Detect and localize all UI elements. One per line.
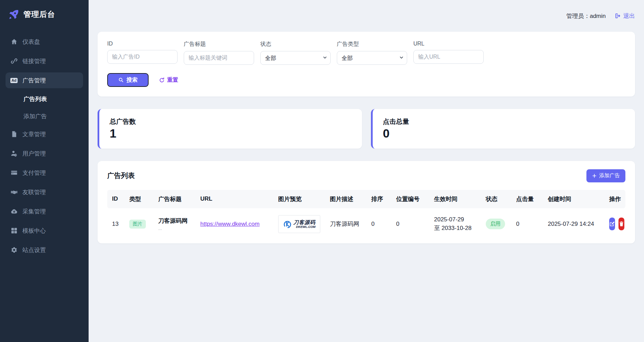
- ad-id-input[interactable]: [107, 50, 178, 64]
- column-header: 位置编号: [393, 190, 431, 208]
- column-header: 图片预览: [275, 190, 326, 208]
- app-title: 管理后台: [23, 9, 55, 20]
- column-header: 广告标题: [155, 190, 197, 208]
- sidebar-subitem-label: 添加广告: [23, 112, 47, 120]
- ad-list-panel: 广告列表 添加广告 ID 类型 广告标题 URL 图片预览 图片描述: [98, 161, 635, 243]
- column-header: 生效时间: [431, 190, 482, 208]
- cell-sort: 0: [368, 208, 393, 240]
- url-input[interactable]: [413, 50, 484, 64]
- sidebar-subitem-label: 广告列表: [23, 95, 47, 103]
- gear-icon: [10, 247, 18, 254]
- stat-label: 点击总量: [383, 117, 625, 126]
- sidebar-item-settings[interactable]: 站点设置: [6, 242, 83, 258]
- sidebar-item-templates[interactable]: 模板中心: [6, 223, 83, 239]
- sidebar-nav: 仪表盘 链接管理 Ad 广告管理 广告列表 添加广告 文章管理: [6, 34, 83, 261]
- sidebar-item-users[interactable]: 用户管理: [6, 145, 83, 161]
- column-header: URL: [197, 190, 275, 208]
- trash-icon: [618, 221, 624, 227]
- cell-created: 2025-07-29 14:24: [544, 208, 606, 240]
- cell-effective-from: 2025-07-29: [434, 215, 479, 224]
- logout-button[interactable]: 退出: [615, 12, 635, 20]
- column-header: 图片描述: [326, 190, 368, 208]
- stats-row: 总广告数 1 点击总量 0: [98, 109, 635, 149]
- status-select[interactable]: 全部: [260, 51, 331, 65]
- sidebar-item-friend-links[interactable]: 友联管理: [6, 184, 83, 200]
- handshake-icon: [10, 189, 18, 196]
- reset-button-label: 重置: [167, 77, 178, 84]
- plus-icon: [592, 173, 597, 178]
- cell-position: 0: [393, 208, 431, 240]
- table-title: 广告列表: [107, 171, 135, 180]
- sidebar-item-label: 站点设置: [22, 246, 46, 254]
- cell-clicks: 0: [513, 208, 544, 240]
- delete-button[interactable]: [618, 218, 624, 230]
- stat-value: 1: [110, 127, 352, 140]
- sidebar-item-payments[interactable]: 支付管理: [6, 165, 83, 181]
- ad-title-input[interactable]: [184, 51, 254, 65]
- search-icon: [118, 77, 124, 83]
- filter-panel: ID 广告标题 状态 全部 广告类型 全部: [98, 32, 635, 97]
- edit-icon: [609, 221, 615, 227]
- filter-field-status: 状态 全部: [260, 41, 331, 65]
- stat-card-total-clicks: 点击总量 0: [371, 109, 635, 149]
- search-button-label: 搜索: [127, 77, 138, 84]
- preview-brand-text: 刀客源码: [293, 220, 315, 225]
- user-gear-icon: [10, 150, 18, 157]
- column-header: 排序: [368, 190, 393, 208]
- edit-button[interactable]: [609, 218, 615, 230]
- cell-ad-title: 刀客源码网: [158, 217, 193, 225]
- refresh-icon: [159, 77, 165, 83]
- filter-field-id: ID: [107, 41, 178, 65]
- image-preview[interactable]: 刀客源码 DKEWL.COM: [278, 215, 320, 233]
- sidebar-item-dashboard[interactable]: 仪表盘: [6, 34, 83, 50]
- filter-label: ID: [107, 41, 178, 47]
- sidebar-item-label: 采集管理: [22, 208, 46, 215]
- column-header: 类型: [126, 190, 155, 208]
- sidebar-subitem-add-ad[interactable]: 添加广告: [6, 109, 83, 123]
- column-header: 状态: [482, 190, 513, 208]
- topbar: 管理员：admin 退出: [98, 0, 635, 32]
- cell-id: 13: [107, 208, 126, 240]
- ad-icon: Ad: [10, 77, 18, 84]
- logout-icon: [615, 13, 621, 19]
- type-badge: 图片: [129, 220, 146, 229]
- sidebar-item-label: 文章管理: [22, 130, 46, 138]
- stat-card-total-ads: 总广告数 1: [98, 109, 362, 149]
- sidebar-item-collection[interactable]: 采集管理: [6, 203, 83, 219]
- filter-field-url: URL: [413, 41, 484, 65]
- column-header: ID: [107, 190, 126, 208]
- cell-effective-to: 至 2033-10-28: [434, 224, 479, 233]
- sidebar: 管理后台 仪表盘 链接管理 Ad 广告管理 广告列表 添加广告: [0, 0, 89, 342]
- status-badge: 启用: [486, 219, 505, 229]
- dkewl-logo-icon: [283, 220, 292, 229]
- link-icon: [10, 58, 18, 65]
- sidebar-item-label: 支付管理: [22, 169, 46, 177]
- app-logo: 管理后台: [6, 9, 83, 20]
- ad-type-select[interactable]: 全部: [337, 51, 407, 65]
- reset-button[interactable]: 重置: [159, 77, 178, 84]
- sidebar-item-label: 仪表盘: [22, 38, 40, 46]
- sidebar-item-articles[interactable]: 文章管理: [6, 126, 83, 142]
- table-header-row: ID 类型 广告标题 URL 图片预览 图片描述 排序 位置编号 生效时间 状态…: [107, 190, 625, 208]
- sidebar-item-links[interactable]: 链接管理: [6, 53, 83, 69]
- search-button[interactable]: 搜索: [107, 73, 149, 87]
- home-icon: [10, 38, 18, 46]
- filter-label: 广告类型: [337, 41, 407, 48]
- column-header: 点击量: [513, 190, 544, 208]
- add-ad-button[interactable]: 添加广告: [586, 169, 625, 182]
- column-header: 操作: [606, 190, 625, 208]
- filter-field-type: 广告类型 全部: [337, 41, 407, 65]
- filter-label: 状态: [260, 41, 331, 48]
- column-header: 创建时间: [544, 190, 606, 208]
- stat-label: 总广告数: [110, 117, 352, 126]
- sidebar-item-label: 广告管理: [22, 77, 46, 84]
- filter-label: 广告标题: [184, 41, 254, 48]
- main-content: 管理员：admin 退出 ID 广告标题 状态 全部: [89, 0, 644, 342]
- sidebar-item-ads[interactable]: Ad 广告管理: [6, 72, 83, 88]
- cell-ad-title-sub: ...: [158, 226, 193, 231]
- ad-url-link[interactable]: https://www.dkewl.com: [200, 221, 260, 227]
- sidebar-subitem-ad-list[interactable]: 广告列表: [6, 92, 83, 106]
- admin-label: 管理员：admin: [566, 12, 606, 20]
- credit-card-icon: [10, 169, 18, 177]
- rocket-icon: [8, 9, 19, 20]
